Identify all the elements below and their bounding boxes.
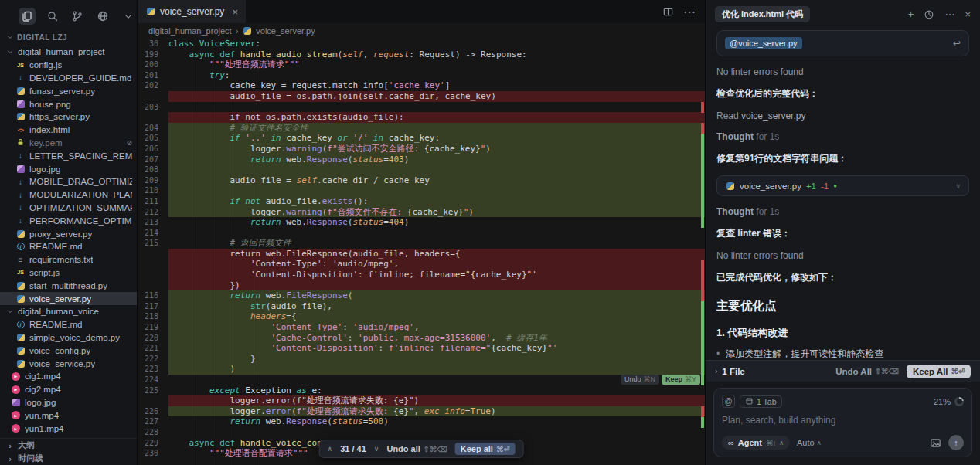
code-line-209[interactable]: 209 audio_file = self.cache_dir / cache_…: [138, 175, 705, 186]
workspace-title-row[interactable]: DIGITAL LZJ: [0, 29, 137, 46]
chevron-right-icon[interactable]: ›: [715, 367, 717, 375]
files-count-label[interactable]: 1 File: [722, 367, 744, 376]
prev-diff-icon[interactable]: ∧: [328, 445, 333, 453]
tree-item-https_server.py[interactable]: https_server.py: [0, 110, 137, 124]
tree-item-cig2.mp4[interactable]: ▶cig2.mp4: [0, 383, 137, 396]
sticky-scroll-line[interactable]: 30class VoiceServer:: [138, 39, 705, 49]
tab-context-chip[interactable]: 1 Tab: [740, 395, 782, 408]
tree-item-proxy_server.py[interactable]: proxy_server.py: [0, 227, 137, 240]
search-icon[interactable]: [44, 8, 61, 25]
code-line-deleted-33[interactable]: logger.error(f"处理音频流请求失败: {e}"): [138, 395, 705, 406]
add-context-button[interactable]: @: [722, 395, 735, 408]
tree-item-funasr_server.py[interactable]: funasr_server.py: [0, 84, 137, 97]
code-line-213[interactable]: 213 return web.Response(status=404): [138, 217, 705, 228]
code-line-212[interactable]: 212 logger.warning(f"音频文件不存在: {cache_key…: [138, 207, 705, 218]
context-file-chip[interactable]: @voice_server.py: [725, 37, 802, 49]
code-line-deleted-21[interactable]: 'Content-Disposition': f'inline; filenam…: [138, 270, 705, 280]
chat-more-icon[interactable]: ⋯: [944, 8, 954, 20]
tab-voice-server[interactable]: voice_server.py ×: [138, 0, 246, 23]
code-line-215[interactable]: 215 # 返回音频文件: [138, 238, 705, 249]
tree-item-logo.jpg[interactable]: logo.jpg: [0, 396, 137, 409]
code-line-218[interactable]: 218 headers={: [138, 311, 705, 322]
code-line-203[interactable]: 203: [138, 102, 705, 113]
undo-hunk-button[interactable]: Undo⌘N: [621, 375, 659, 385]
tree-item-voice_service.py[interactable]: voice_service.py: [0, 357, 137, 370]
tree-item-index.html[interactable]: <>index.html: [0, 124, 137, 137]
code-line-210[interactable]: 210: [138, 185, 705, 196]
reply-icon[interactable]: ↩: [953, 38, 961, 49]
tree-item-house.png[interactable]: house.png: [0, 97, 137, 110]
code-line-202[interactable]: 202 cache_key = request.match_info['cach…: [138, 80, 705, 91]
code-line-227[interactable]: 227 return web.Response(status=500): [138, 416, 705, 427]
code-line-205[interactable]: 205 if '..' in cache_key or '/' in cache…: [138, 133, 705, 144]
code-line-228[interactable]: 228: [138, 427, 705, 438]
new-chat-icon[interactable]: +: [908, 8, 914, 20]
tree-folder-digital_human_project[interactable]: digital_human_project: [0, 46, 137, 59]
code-line-208[interactable]: 208: [138, 165, 705, 175]
breadcrumb[interactable]: digital_human_project › voice_server.py: [138, 23, 705, 39]
tree-item-requirements.txt[interactable]: ≡requirements.txt: [0, 253, 137, 266]
code-line-200[interactable]: 200 """处理音频流请求""": [138, 59, 705, 70]
next-diff-icon[interactable]: ∨: [374, 445, 379, 453]
send-button[interactable]: ↑: [948, 435, 964, 450]
tree-item-cig1.mp4[interactable]: ▶cig1.mp4: [0, 370, 137, 383]
explorer-icon[interactable]: [19, 8, 36, 25]
chevron-down-icon[interactable]: [120, 8, 137, 25]
code-line-221[interactable]: 221 'Content-Disposition': f'inline; fil…: [138, 343, 705, 354]
code-line-201[interactable]: 201 try:: [138, 70, 705, 81]
source-control-icon[interactable]: [70, 8, 87, 25]
agent-mode-selector[interactable]: ∞ Agent ⌘I ∧: [722, 436, 790, 450]
chat-tab-title[interactable]: 优化 index.html 代码: [715, 6, 810, 22]
model-selector[interactable]: Auto ∧: [797, 438, 822, 447]
tree-item-README.md[interactable]: iREADME.md: [0, 240, 137, 253]
tree-item-config.js[interactable]: JSconfig.js: [0, 59, 137, 72]
tree-item-yun1.mp4[interactable]: ▶yun1.mp4: [0, 422, 137, 435]
tree-item-PERFORMANCE_OPTIMIZA...[interactable]: ↓PERFORMANCE_OPTIMIZA...: [0, 214, 137, 227]
code-line-deleted-22[interactable]: }): [138, 280, 705, 291]
tree-item-voice_config.py[interactable]: voice_config.py: [0, 344, 137, 357]
tree-item-OPTIMIZATION_SUMMARY....[interactable]: ↓OPTIMIZATION_SUMMARY....: [0, 202, 137, 215]
tree-item-yun.mp4[interactable]: ▶yun.mp4: [0, 409, 137, 422]
tab-close-icon[interactable]: ×: [232, 6, 238, 18]
chat-input[interactable]: [722, 415, 964, 426]
code-line-199[interactable]: 199 async def handle_audio_stream(self, …: [138, 49, 705, 60]
breadcrumb-file[interactable]: voice_server.py: [256, 26, 315, 36]
tree-item-voice_server.py[interactable]: voice_server.py: [0, 292, 137, 305]
history-icon[interactable]: [924, 9, 934, 20]
code-line-222[interactable]: 222 }: [138, 354, 705, 365]
code-line-deleted-19[interactable]: return web.FileResponse(audio_file, head…: [138, 249, 705, 260]
tree-item-MODULARIZATION_PLAN.md[interactable]: ↓MODULARIZATION_PLAN.md: [0, 188, 137, 202]
code-editor[interactable]: 30class VoiceServer: 199 async def handl…: [138, 39, 705, 465]
context-box[interactable]: @voice_server.py ↩: [716, 30, 969, 56]
code-line-206[interactable]: 206 logger.warning(f"尝试访问不安全路径: {cache_k…: [138, 144, 705, 154]
code-line-216[interactable]: 216 return web.FileResponse(: [138, 290, 705, 301]
keep-all-files-button[interactable]: Keep All ⌘⏎: [907, 365, 971, 378]
code-line-220[interactable]: 220 'Cache-Control': 'public, max-age=31…: [138, 333, 705, 344]
editor-more-icon[interactable]: ⋯: [683, 5, 696, 19]
sidebar-section-outline[interactable]: › 大纲: [0, 439, 137, 452]
chat-close-icon[interactable]: ×: [965, 8, 971, 20]
tree-item-README.md[interactable]: iREADME.md: [0, 318, 137, 331]
code-line-214[interactable]: 214: [138, 228, 705, 239]
tree-item-logo.jpg[interactable]: logo.jpg: [0, 162, 137, 175]
extensions-icon[interactable]: [94, 8, 111, 25]
tree-item-LETTER_SPACING_REMOV...[interactable]: ↓LETTER_SPACING_REMOV...: [0, 149, 137, 162]
code-line-deleted-4[interactable]: audio_file = os.path.join(self.cache_dir…: [138, 91, 705, 102]
code-line-211[interactable]: 211 if not audio_file.exists():: [138, 196, 705, 207]
undo-all-button[interactable]: Undo all ⇧⌘⌫: [386, 444, 447, 453]
tree-folder-digital_human_voice[interactable]: digital_human_voice: [0, 305, 137, 318]
thought-duration[interactable]: Thought for 1s: [716, 206, 969, 217]
code-line-219[interactable]: 219 'Content-Type': 'audio/mpeg',: [138, 322, 705, 333]
split-editor-icon[interactable]: [662, 6, 674, 18]
expand-icon[interactable]: ∨: [955, 182, 961, 190]
code-line-217[interactable]: 217 str(audio_file),: [138, 301, 705, 312]
code-line-204[interactable]: 204 # 验证文件名安全性: [138, 123, 705, 134]
code-line-225[interactable]: 225 except Exception as e:: [138, 385, 705, 396]
code-line-223[interactable]: 223 ): [138, 364, 705, 375]
code-line-226[interactable]: 226 logger.error(f"处理音频流请求失败: {e}", exc_…: [138, 406, 705, 417]
tree-item-MOBILE_DRAG_OPTIMIZATI...[interactable]: ↓MOBILE_DRAG_OPTIMIZATI...: [0, 175, 137, 188]
code-line-224[interactable]: 224Undo⌘NKeep⌘Y: [138, 375, 705, 385]
code-line-30[interactable]: 30class VoiceServer:: [138, 39, 705, 49]
code-line-deleted-20[interactable]: 'Content-Type': 'audio/mpeg',: [138, 259, 705, 270]
tree-item-start_multithread.py[interactable]: start_multithread.py: [0, 279, 137, 292]
